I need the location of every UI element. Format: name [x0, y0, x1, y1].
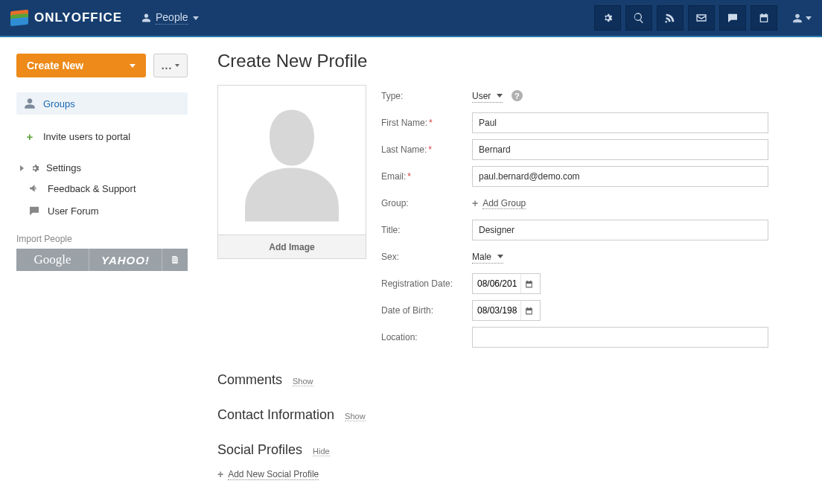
- email-input[interactable]: [472, 166, 768, 187]
- header-actions: [594, 5, 812, 31]
- reg-date-input[interactable]: [473, 274, 520, 293]
- brand-logo[interactable]: ONLYOFFICE: [10, 10, 122, 25]
- feed-icon: [664, 12, 676, 24]
- brand-text: ONLYOFFICE: [34, 10, 122, 25]
- avatar-silhouette-icon: [236, 97, 348, 223]
- person-icon: [24, 98, 36, 109]
- sidebar-forum-label: User Forum: [48, 205, 99, 217]
- search-icon-button[interactable]: [625, 5, 652, 31]
- dob-input-wrap: [472, 300, 541, 321]
- location-input[interactable]: [472, 327, 768, 348]
- caret-down-icon: [497, 255, 503, 258]
- sidebar-item-feedback[interactable]: Feedback & Support: [16, 177, 188, 200]
- caret-down-icon: [175, 64, 179, 67]
- import-file-button[interactable]: [162, 249, 188, 271]
- plus-icon: +: [24, 130, 36, 143]
- person-icon: [141, 13, 151, 23]
- sidebar-item-forum[interactable]: User Forum: [16, 200, 188, 222]
- contact-title: Contact Information: [217, 407, 334, 423]
- user-menu[interactable]: [792, 13, 812, 24]
- chat-icon: [727, 12, 739, 24]
- chat-icon-button[interactable]: [719, 5, 746, 31]
- calendar-icon-button[interactable]: [751, 5, 777, 31]
- create-new-button[interactable]: Create New: [16, 54, 146, 77]
- calendar-icon: [758, 12, 770, 24]
- sidebar: Create New ... Groups + Invite users to …: [0, 37, 201, 504]
- more-actions-button[interactable]: ...: [153, 54, 188, 77]
- help-icon[interactable]: ?: [512, 90, 523, 101]
- plus-icon: +: [217, 468, 223, 480]
- calendar-icon: [524, 279, 534, 289]
- import-google-button[interactable]: Google: [16, 249, 89, 271]
- chat-bubble-icon: [28, 205, 40, 217]
- section-social-profiles: Social Profiles Hide + Add New Social Pr…: [217, 442, 800, 480]
- comments-title: Comments: [217, 372, 282, 388]
- comments-toggle[interactable]: Show: [293, 377, 313, 386]
- reg-date-input-wrap: [472, 273, 541, 294]
- dots-label: ...: [162, 60, 173, 71]
- reg-date-picker-button[interactable]: [520, 274, 537, 293]
- sidebar-groups-label: Groups: [43, 98, 75, 109]
- sidebar-item-invite[interactable]: + Invite users to portal: [16, 125, 188, 148]
- label-type: Type:: [381, 91, 472, 101]
- label-dob: Date of Birth:: [381, 305, 472, 316]
- import-yahoo-button[interactable]: YAHOO!: [89, 249, 162, 271]
- avatar-box: Add Image: [217, 85, 366, 259]
- dob-input[interactable]: [473, 301, 520, 320]
- dob-picker-button[interactable]: [520, 301, 537, 320]
- label-group: Group:: [381, 198, 472, 208]
- module-label: People: [156, 11, 188, 25]
- label-sex: Sex:: [381, 252, 472, 262]
- module-switcher[interactable]: People: [141, 11, 199, 25]
- sidebar-settings-label: Settings: [46, 162, 81, 173]
- logo-icon: [10, 10, 28, 25]
- label-last-name: Last Name:*: [381, 144, 472, 155]
- megaphone-icon: [28, 182, 40, 194]
- calendar-icon: [524, 306, 534, 316]
- label-location: Location:: [381, 332, 472, 342]
- sidebar-feedback-label: Feedback & Support: [48, 183, 136, 194]
- section-comments: Comments Show: [217, 372, 800, 388]
- file-icon: [170, 254, 180, 266]
- caret-down-icon: [497, 94, 503, 98]
- social-toggle[interactable]: Hide: [313, 447, 330, 456]
- section-contact-info: Contact Information Show: [217, 407, 800, 423]
- search-icon: [633, 12, 645, 24]
- contact-toggle[interactable]: Show: [345, 412, 366, 421]
- sex-dropdown[interactable]: Male: [472, 252, 503, 264]
- mail-icon-button[interactable]: [688, 5, 715, 31]
- title-input[interactable]: [472, 220, 768, 240]
- user-avatar-icon: [792, 13, 803, 24]
- feed-icon-button[interactable]: [657, 5, 684, 31]
- add-social-profile-link[interactable]: + Add New Social Profile: [217, 468, 319, 480]
- first-name-input[interactable]: [472, 112, 768, 133]
- gear-icon: [602, 12, 614, 24]
- caret-right-icon: [20, 165, 24, 171]
- import-people-title: Import People: [16, 234, 188, 244]
- label-reg-date: Registration Date:: [381, 278, 472, 289]
- social-title: Social Profiles: [217, 442, 302, 458]
- add-group-link[interactable]: + Add Group: [472, 197, 526, 209]
- caret-down-icon: [130, 64, 136, 68]
- label-title: Title:: [381, 225, 472, 235]
- sidebar-invite-label: Invite users to portal: [43, 131, 130, 142]
- type-dropdown[interactable]: User: [472, 91, 503, 103]
- avatar-placeholder: [218, 86, 366, 235]
- settings-icon-button[interactable]: [594, 5, 621, 31]
- page-title: Create New Profile: [217, 51, 800, 71]
- main-content: Create New Profile Add Image Type:: [201, 37, 822, 504]
- plus-icon: +: [472, 197, 478, 209]
- import-bar: Google YAHOO!: [16, 249, 188, 271]
- label-email: Email:*: [381, 171, 472, 182]
- mail-icon: [695, 12, 707, 24]
- last-name-input[interactable]: [472, 139, 768, 160]
- caret-down-icon: [193, 16, 199, 20]
- caret-down-icon: [806, 16, 812, 20]
- create-new-label: Create New: [27, 60, 83, 71]
- label-first-name: First Name:*: [381, 118, 472, 128]
- sidebar-item-settings[interactable]: Settings: [16, 159, 188, 177]
- app-header: ONLYOFFICE People: [0, 0, 822, 36]
- gear-icon: [30, 163, 40, 173]
- sidebar-item-groups[interactable]: Groups: [16, 92, 188, 115]
- add-image-button[interactable]: Add Image: [218, 235, 366, 258]
